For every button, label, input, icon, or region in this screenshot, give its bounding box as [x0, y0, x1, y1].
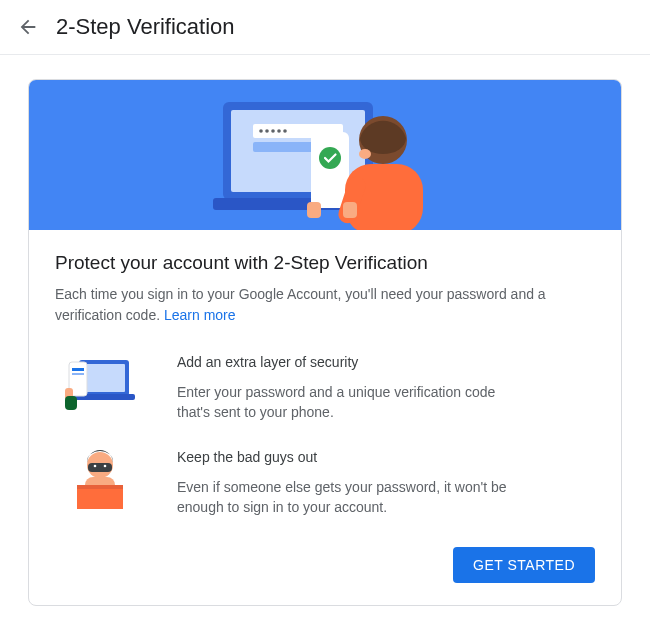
feature-description: Enter your password and a unique verific… [177, 382, 507, 423]
svg-point-4 [259, 129, 263, 133]
content-area: Protect your account with 2-Step Verific… [29, 230, 621, 605]
feature-description: Even if someone else gets your password,… [177, 477, 507, 518]
security-layer-icon [55, 354, 145, 410]
description-text: Each time you sign in to your Google Acc… [55, 286, 546, 323]
arrow-left-icon [17, 16, 39, 38]
svg-point-7 [277, 129, 281, 133]
actions-row: GET STARTED [55, 547, 595, 583]
learn-more-link[interactable]: Learn more [164, 307, 236, 323]
content-title: Protect your account with 2-Step Verific… [55, 252, 595, 274]
bad-guys-icon [55, 449, 145, 509]
get-started-button[interactable]: GET STARTED [453, 547, 595, 583]
feature-title: Keep the bad guys out [177, 449, 595, 465]
svg-point-11 [319, 147, 341, 169]
svg-rect-27 [88, 463, 112, 472]
feature-security-layer: Add an extra layer of security Enter you… [55, 354, 595, 423]
content-description: Each time you sign in to your Google Acc… [55, 284, 595, 326]
svg-rect-9 [253, 142, 313, 152]
hero-illustration [29, 80, 621, 230]
back-button[interactable] [16, 15, 40, 39]
svg-rect-25 [65, 396, 77, 410]
svg-point-29 [104, 464, 107, 467]
svg-point-13 [359, 149, 371, 159]
svg-point-5 [265, 129, 269, 133]
svg-rect-32 [77, 485, 123, 489]
svg-point-8 [283, 129, 287, 133]
svg-rect-19 [83, 364, 125, 392]
feature-bad-guys: Keep the bad guys out Even if someone el… [55, 449, 595, 518]
svg-rect-23 [72, 373, 84, 375]
svg-point-6 [271, 129, 275, 133]
svg-rect-10 [311, 132, 349, 208]
page-title: 2-Step Verification [56, 14, 235, 40]
svg-rect-16 [307, 202, 321, 218]
page-header: 2-Step Verification [0, 0, 650, 55]
main-card: Protect your account with 2-Step Verific… [28, 79, 622, 606]
svg-rect-17 [343, 202, 357, 218]
svg-point-28 [94, 464, 97, 467]
feature-title: Add an extra layer of security [177, 354, 595, 370]
svg-rect-22 [72, 368, 84, 371]
